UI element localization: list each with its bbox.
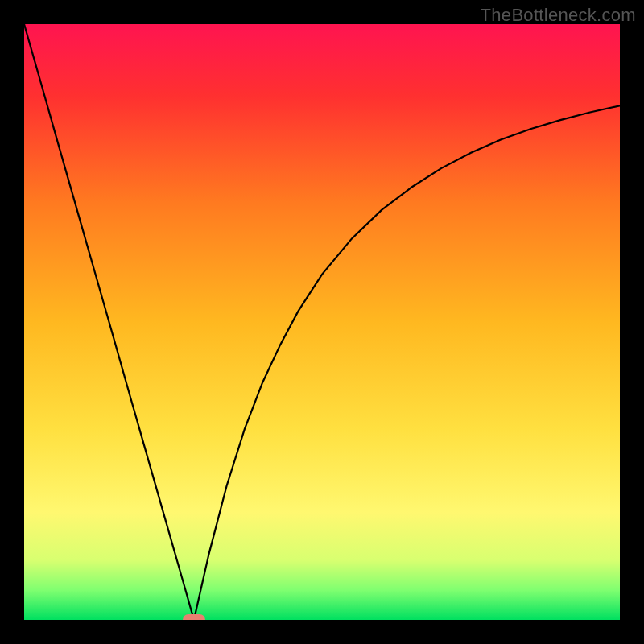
minimum-marker [183, 614, 205, 620]
chart-frame: TheBottleneck.com [0, 0, 644, 644]
plot-area [24, 24, 620, 620]
watermark-text: TheBottleneck.com [481, 5, 636, 26]
curve-right-branch [194, 105, 620, 620]
curve-left-branch [24, 24, 194, 620]
plot-curves [24, 24, 620, 620]
